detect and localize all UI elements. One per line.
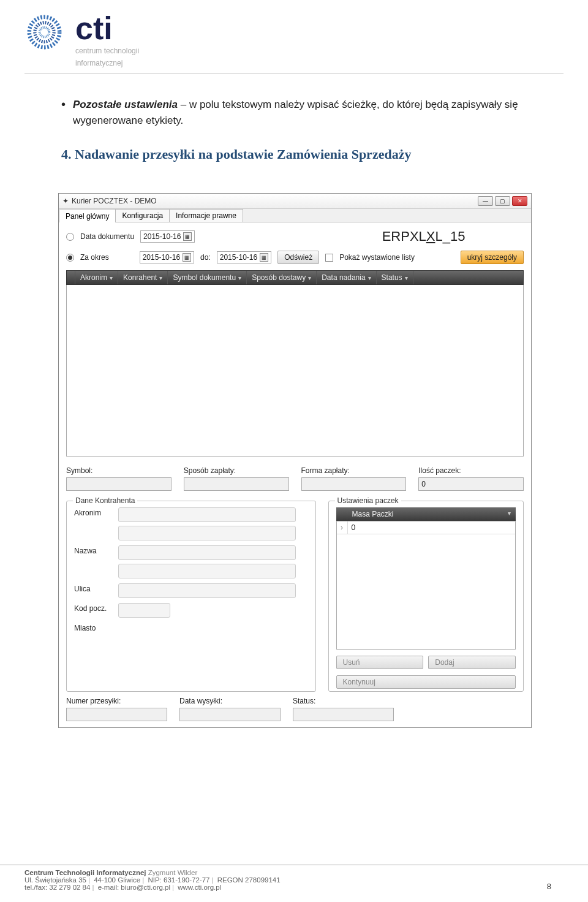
maximize-button[interactable]: ▢ [495,196,510,206]
label-data-wysylki: Data wysyłki: [179,697,281,705]
tabs-bar: Panel główny Konfiguracja Informacje pra… [59,209,531,222]
title-bar: ✦ Kurier POCZTEX - DEMO — ▢ ✕ [59,194,531,209]
label-sposob-zaplaty: Sposób zapłaty: [184,466,289,475]
filter-icon: ▾ [238,275,241,281]
col-data-nadania[interactable]: Data nadania▾ [317,271,376,284]
usun-button[interactable]: Usuń [336,656,424,669]
group-title-paczki: Ustawienia paczek [335,496,401,505]
label-akronim: Akronim [74,507,111,517]
label-data-dokumentu: Data dokumentu [80,232,134,241]
input-symbol[interactable] [66,477,172,491]
dodaj-button[interactable]: Dodaj [428,656,516,669]
calendar-icon[interactable]: ▦ [183,253,191,262]
footer-name: Zygmunt Wilder [148,869,198,876]
app-window: ✦ Kurier POCZTEX - DEMO — ▢ ✕ Panel głów… [58,193,532,728]
group-title-kontrahent: Dane Kontrahenta [73,496,137,505]
page-number: 8 [547,882,551,891]
kontynuuj-button[interactable]: Kontynuuj [336,675,516,689]
input-akronim-1[interactable] [118,507,296,522]
footer-addr: Ul. Świętojańska 35 [24,876,86,884]
date-from-value: 2015-10-16 [143,253,180,262]
col-akronim[interactable]: Akronim▾ [75,271,118,284]
header-divider [24,73,564,74]
svg-point-2 [40,28,50,37]
label-ulica: Ulica [74,583,111,593]
filter-icon: ▾ [110,275,113,281]
company-logo-icon [24,12,64,52]
date-dokumentu-value: 2015-10-16 [143,232,181,241]
calendar-icon[interactable]: ▦ [260,253,268,262]
refresh-button[interactable]: Odśwież [277,251,319,264]
filter-icon: ▾ [308,275,311,281]
brand-sub2: informatycznej [75,59,139,69]
col-masa-paczki[interactable]: Masa Paczki [352,510,394,518]
date-from-input[interactable]: 2015-10-16 ▦ [140,251,194,263]
erp-label: ERPXLXL_15 [382,229,466,244]
tab-konfiguracja[interactable]: Konfiguracja [115,209,170,222]
masa-value: 0 [348,521,360,534]
input-data-wysylki[interactable] [179,708,281,721]
bullet-paragraph: • Pozostałe ustawienia – w polu tekstowy… [61,97,527,128]
date-to-value: 2015-10-16 [220,253,257,262]
brand-name: cti [75,12,139,44]
label-nazwa: Nazwa [74,545,111,555]
label-kod-pocz: Kod pocz. [74,603,111,613]
label-miasto: Miasto [74,623,111,632]
input-nazwa-2[interactable] [118,564,296,578]
input-kod-pocz[interactable] [118,603,170,618]
hide-details-button[interactable]: ukryj szczegóły [461,251,524,264]
label-numer-przesylki: Numer przesyłki: [66,697,167,705]
do-label: do: [200,253,211,262]
footer-regon: REGON 278099141 [217,876,281,884]
label-status: Status: [293,697,394,705]
input-ilosc-paczek[interactable]: 0 [418,477,524,491]
checkbox-pokaz-listy[interactable] [325,254,333,262]
group-dane-kontrahenta: Dane Kontrahenta Akronim Nazwa [66,501,316,692]
filter-icon: ▾ [368,275,371,281]
input-sposob-zaplaty[interactable] [184,477,289,491]
col-symbol[interactable]: Symbol dokumentu▾ [168,271,247,284]
svg-point-1 [35,23,54,42]
input-ulica[interactable] [118,583,296,598]
window-title: Kurier POCZTEX - DEMO [72,197,157,205]
label-ilosc-paczek: Ilość paczek: [418,466,524,475]
col-sposob[interactable]: Sposób dostawy▾ [247,271,317,284]
page-header: cti centrum technologii informatycznej [0,0,588,78]
footer-company: Centrum Technologii Informatycznej [24,869,146,876]
page-footer: Centrum Technologii Informatycznej Zygmu… [0,865,588,891]
section-heading: 4. Nadawanie przesyłki na podstawie Zamó… [61,146,527,162]
filter-icon[interactable]: ▾ [508,510,511,518]
label-pokaz-listy: Pokaż wystawione listy [339,253,415,262]
footer-web: www.cti.org.pl [178,884,221,891]
close-button[interactable]: ✕ [512,196,527,206]
label-symbol: Symbol: [66,466,172,475]
footer-city: 44-100 Gliwice [94,876,140,884]
tab-panel-glowny[interactable]: Panel główny [59,210,116,222]
input-status[interactable] [293,708,394,721]
calendar-icon[interactable]: ▦ [183,232,192,241]
tab-informacje[interactable]: Informacje prawne [169,209,243,222]
footer-nip: NIP: 631-190-72-77 [148,876,209,884]
bullet-term: Pozostałe ustawienia [73,99,178,110]
minimize-button[interactable]: — [478,196,493,206]
footer-tel: tel./fax: 32 279 02 84 [24,884,90,891]
input-forma-zaplaty[interactable] [301,477,407,491]
brand-sub1: centrum technologii [75,47,139,56]
date-to-input[interactable]: 2015-10-16 ▦ [217,251,271,263]
input-nazwa-1[interactable] [118,545,296,560]
label-forma-zaplaty: Forma zapłaty: [301,466,407,475]
col-kontrahent[interactable]: Konrahent▾ [118,271,168,284]
label-za-okres: Za okres [80,253,109,262]
paczki-grid-body: › 0 [336,521,516,650]
radio-data-dokumentu[interactable] [66,233,74,241]
grid-body [66,285,524,457]
paczki-header: Masa Paczki ▾ [336,507,516,521]
paczki-row[interactable]: › 0 [337,521,515,534]
radio-za-okres[interactable] [66,254,74,262]
filter-icon: ▾ [159,275,162,281]
date-dokumentu-input[interactable]: 2015-10-16 ▦ [140,230,195,243]
input-numer-przesylki[interactable] [66,708,167,721]
input-akronim-2[interactable] [118,526,296,540]
col-status[interactable]: Status▾ [377,271,413,284]
footer-email: e-mail: biuro@cti.org.pl [98,884,170,891]
